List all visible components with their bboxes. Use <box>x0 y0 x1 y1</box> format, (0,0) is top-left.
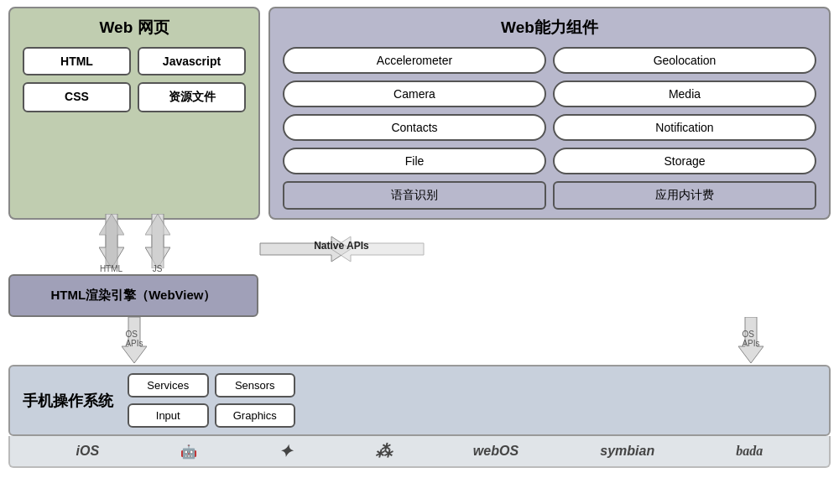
android-logo: 🤖 <box>180 444 197 460</box>
top-panels: Web 网页 HTML Javascript CSS 资源文件 Web能力组件 … <box>8 7 831 220</box>
geolocation-box: Geolocation <box>553 47 816 74</box>
webos-logo: webOS <box>473 444 519 459</box>
web-items-grid: HTML Javascript CSS 资源文件 <box>23 47 246 112</box>
resource-box: 资源文件 <box>138 82 246 112</box>
sensors-box: Sensors <box>215 373 296 397</box>
phone-os-section: 手机操作系统 Services Sensors Input Graphics <box>8 365 831 436</box>
accelerometer-box: Accelerometer <box>283 47 546 74</box>
web-capability-title: Web能力组件 <box>283 17 816 39</box>
os-apis-right: OSAPIs <box>738 317 763 363</box>
services-box: Services <box>128 373 209 397</box>
os-services-grid: Services Sensors Input Graphics <box>128 373 295 428</box>
webview-row: HTML渲染引擎（WebView） <box>8 274 831 317</box>
html-apis-arrow-svg <box>99 214 124 268</box>
js-apis-arrow-svg <box>145 214 170 268</box>
os-apis-left: OSAPIs <box>122 317 147 363</box>
web-page-panel: Web 网页 HTML Javascript CSS 资源文件 <box>8 7 260 220</box>
middle-arrows-row: HTMLAPIs JSAPIs Native APIs <box>8 220 831 278</box>
web-page-title: Web 网页 <box>23 17 246 39</box>
phone-os-title: 手机操作系统 <box>23 391 115 411</box>
blackberry-logo: ⁂ <box>375 441 392 461</box>
css-box: CSS <box>23 82 131 112</box>
file-box: File <box>283 148 546 174</box>
capability-items-grid: Accelerometer Geolocation Camera Media C… <box>283 47 816 210</box>
symbian-logo: symbian <box>600 444 654 459</box>
native-apis-area: Native APIs <box>260 220 831 278</box>
javascript-box: Javascript <box>138 47 246 75</box>
os-arrows-row: OSAPIs OSAPIs <box>8 317 831 363</box>
left-os-arrow: OSAPIs <box>8 317 260 363</box>
media-box: Media <box>553 81 816 107</box>
os-apis-left-label: OSAPIs <box>125 330 143 348</box>
html-box: HTML <box>23 47 131 75</box>
in-app-purchase-box: 应用内计费 <box>553 181 816 210</box>
camera-box: Camera <box>283 81 546 107</box>
right-os-arrow: OSAPIs <box>260 317 831 363</box>
storage-box: Storage <box>553 148 816 174</box>
native-apis-arrow-svg: Native APIs <box>260 228 831 270</box>
logos-row: iOS 🤖 ✦ ⁂ webOS symbian bada <box>8 436 831 468</box>
web-capability-panel: Web能力组件 Accelerometer Geolocation Camera… <box>268 7 831 220</box>
svg-marker-3 <box>145 214 170 268</box>
input-box: Input <box>128 403 209 428</box>
left-arrows: HTMLAPIs JSAPIs <box>8 220 260 278</box>
notification-box: Notification <box>553 114 816 141</box>
graphics-box: Graphics <box>215 403 296 428</box>
voice-recognition-box: 语音识别 <box>283 181 546 210</box>
bada-logo: bada <box>736 444 763 459</box>
webview-box: HTML渲染引擎（WebView） <box>8 274 258 317</box>
os-apis-right-label: OSAPIs <box>742 330 759 348</box>
native-apis-text: Native APIs <box>314 240 369 252</box>
contacts-box: Contacts <box>283 114 546 141</box>
ios-logo: iOS <box>76 444 100 459</box>
diagram: Web 网页 HTML Javascript CSS 资源文件 Web能力组件 … <box>8 7 831 468</box>
windows-logo: ✦ <box>279 441 293 461</box>
svg-marker-1 <box>99 214 124 268</box>
